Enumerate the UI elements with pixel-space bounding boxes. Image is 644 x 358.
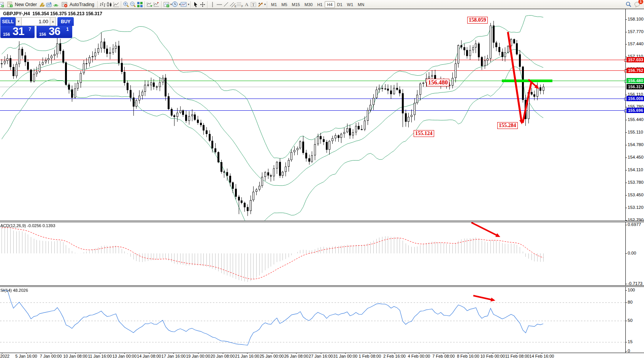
timeframe-button-m5[interactable]: M5 <box>279 1 289 8</box>
svg-text:T: T <box>252 2 255 7</box>
level-price-badge: 155.696 <box>627 108 644 113</box>
panel-divider[interactable] <box>0 285 644 287</box>
zoom-out-icon[interactable] <box>130 1 136 8</box>
main-chart-panel[interactable]: GBPJPY-,H4 156.354 156.375 156.213 156.3… <box>0 9 644 221</box>
price-callout-label[interactable]: 155.284 <box>497 122 518 129</box>
text-label-icon[interactable]: T <box>250 1 257 8</box>
volume-decrease-button[interactable]: ▼ <box>16 17 22 26</box>
level-price-badge: 156.008 <box>627 96 644 101</box>
publish-chart-icon[interactable] <box>46 1 52 8</box>
highlight-bar[interactable] <box>502 80 552 82</box>
new-order-button[interactable]: New Order <box>5 1 39 8</box>
cursor-icon[interactable] <box>192 1 199 8</box>
chart-window: GBPJPY-,H4 156.354 156.375 156.213 156.3… <box>0 9 644 358</box>
new-order-label: New Order <box>15 2 37 7</box>
date-axis-label: 21 Jan 16:00 <box>235 354 259 358</box>
volume-input[interactable] <box>22 17 50 26</box>
panel-divider[interactable] <box>0 221 644 222</box>
price-axis-label: 154.780 <box>628 142 644 147</box>
timeframe-bar: M1M5M15M30H1H4D1W1MN <box>269 1 366 8</box>
templates-icon[interactable] <box>181 1 187 8</box>
templates-caret-icon[interactable]: ▾ <box>188 3 189 6</box>
date-axis[interactable]: an 20225 Jan 16:007 Jan 00:0010 Jan 08:0… <box>0 353 644 358</box>
date-axis-label: 5 Jan 16:00 <box>15 354 37 358</box>
level-price-badge: 157.033 <box>627 57 644 62</box>
date-axis-label: 14 Feb 16:00 <box>530 354 554 358</box>
macd-axis-label: 0.6977 <box>628 222 641 227</box>
sell-button[interactable]: SELL <box>0 17 16 26</box>
autotrading-button[interactable]: AutoTrading <box>59 1 96 8</box>
timeframe-button-h1[interactable]: H1 <box>315 1 325 8</box>
one-click-trading-widget: SELL ▼ ▲ BUY 156 31 7 156 36 1 <box>0 17 74 38</box>
svg-text:A: A <box>245 2 249 7</box>
symbol-ohlc-header: GBPJPY-,H4 156.354 156.375 156.213 156.3… <box>3 11 102 16</box>
price-axis-label: 155.440 <box>628 117 644 122</box>
date-axis-separator <box>0 353 644 353</box>
timeframe-button-m30[interactable]: M30 <box>302 1 315 8</box>
rsi-panel[interactable]: SI(14) 48.2026 <box>0 287 644 353</box>
bar-chart-icon[interactable] <box>99 1 106 8</box>
auto-scroll-icon[interactable] <box>146 1 153 8</box>
new-order-icon <box>6 1 13 8</box>
timeframe-button-h4[interactable]: H4 <box>325 1 335 8</box>
timeframe-button-d1[interactable]: D1 <box>335 1 345 8</box>
price-callout-label[interactable]: 156.480 <box>427 79 449 86</box>
buy-price-point: 1 <box>66 27 69 32</box>
chart-shift-icon[interactable] <box>153 1 160 8</box>
date-axis-label: 13 Jan 00:00 <box>112 354 136 358</box>
notifications-icon[interactable]: 1 <box>634 1 641 8</box>
separator <box>97 1 98 8</box>
date-axis-label: 25 Jan 00:00 <box>260 354 284 358</box>
volume-increase-button[interactable]: ▲ <box>50 17 56 26</box>
gold-icon[interactable] <box>39 1 46 8</box>
timeframe-button-m15[interactable]: M15 <box>290 1 302 8</box>
price-axis-label: 153.780 <box>628 180 644 185</box>
date-axis-label: 4 Feb 00:00 <box>408 354 430 358</box>
date-axis-label: 7 Feb 08:00 <box>432 354 455 358</box>
price-callout-label[interactable]: 155.124 <box>414 130 434 137</box>
arrows-caret-icon[interactable]: ▾ <box>264 3 266 6</box>
new-chart-icon[interactable] <box>0 1 5 8</box>
periods-icon[interactable] <box>172 1 179 8</box>
date-axis-label: 19 Jan 00:00 <box>186 354 210 358</box>
sell-price-pips: 31 <box>13 25 24 38</box>
date-axis-label: 27 Jan 16:00 <box>309 354 333 358</box>
horizontal-line-icon[interactable] <box>216 1 223 8</box>
buy-price-display[interactable]: 156 36 1 <box>36 26 72 38</box>
rsi-axis-label: 80 <box>628 300 633 304</box>
timeframe-button-mn[interactable]: MN <box>355 1 366 8</box>
sell-price-display[interactable]: 156 31 7 <box>0 26 35 38</box>
search-icon[interactable] <box>625 1 632 8</box>
line-chart-icon[interactable] <box>113 1 120 8</box>
crosshair-icon[interactable] <box>199 1 206 8</box>
zoom-in-icon[interactable] <box>123 1 130 8</box>
svg-text:F: F <box>241 5 243 8</box>
signal-icon[interactable] <box>52 1 59 8</box>
separator <box>207 1 208 8</box>
buy-button[interactable]: BUY <box>57 17 74 26</box>
price-axis-label: 153.450 <box>628 193 644 197</box>
trendline-icon[interactable] <box>223 1 230 8</box>
timeframe-button-m1[interactable]: M1 <box>269 1 279 8</box>
notification-count-badge: 1 <box>638 0 643 4</box>
vertical-line-icon[interactable] <box>209 1 216 8</box>
rsi-axis-label: 100 <box>628 288 635 292</box>
macd-panel[interactable]: ACD(12,26,9) -0.0256 0.1393 <box>0 222 644 285</box>
date-axis-label: 8 Feb 16:00 <box>457 354 479 358</box>
candlestick-chart-icon[interactable] <box>106 1 113 8</box>
indicators-icon[interactable] <box>163 1 170 8</box>
separator <box>267 1 268 8</box>
price-axis-label: 158.100 <box>628 17 644 21</box>
date-axis-label: 11 Jan 16:00 <box>88 354 112 358</box>
candlestick-chart-canvas[interactable] <box>0 9 625 221</box>
arrows-icon[interactable] <box>257 1 264 8</box>
price-axis-label: 157.770 <box>628 29 644 34</box>
timeframe-button-w1[interactable]: W1 <box>345 1 356 8</box>
text-icon[interactable]: A <box>243 1 250 8</box>
fibonacci-icon[interactable]: F <box>236 1 243 8</box>
rsi-axis-label: 15 <box>628 339 633 344</box>
date-axis-label: 20 Jan 08:00 <box>211 354 235 358</box>
tile-windows-icon[interactable] <box>136 1 143 8</box>
equidistant-channel-icon[interactable]: E <box>230 1 236 8</box>
price-callout-label[interactable]: 158.059 <box>467 17 488 24</box>
